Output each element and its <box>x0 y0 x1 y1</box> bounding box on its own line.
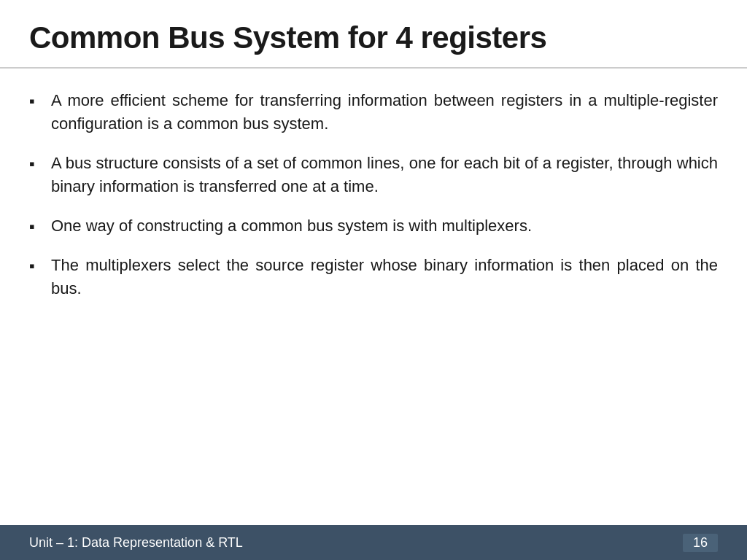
slide-content: ▪ A more efficient scheme for transferri… <box>0 69 747 525</box>
list-item: ▪ One way of constructing a common bus s… <box>29 214 718 238</box>
slide-header: Common Bus System for 4 registers <box>0 0 747 69</box>
slide-title: Common Bus System for 4 registers <box>29 20 718 55</box>
bullet-list: ▪ A more efficient scheme for transferri… <box>29 89 718 300</box>
footer-page-number: 16 <box>683 534 718 552</box>
bullet-text-1: A more efficient scheme for transferring… <box>51 89 718 136</box>
bullet-marker: ▪ <box>29 91 41 112</box>
bullet-marker: ▪ <box>29 256 41 277</box>
slide-footer: Unit – 1: Data Representation & RTL 16 <box>0 525 747 560</box>
bullet-marker: ▪ <box>29 217 41 238</box>
list-item: ▪ The multiplexers select the source reg… <box>29 254 718 300</box>
bullet-text-3: One way of constructing a common bus sys… <box>51 214 718 238</box>
list-item: ▪ A more efficient scheme for transferri… <box>29 89 718 136</box>
footer-unit-label: Unit – 1: Data Representation & RTL <box>29 535 243 551</box>
bullet-text-4: The multiplexers select the source regis… <box>51 254 718 300</box>
list-item: ▪ A bus structure consists of a set of c… <box>29 152 718 198</box>
slide-container: Common Bus System for 4 registers ▪ A mo… <box>0 0 747 560</box>
bullet-marker: ▪ <box>29 154 41 175</box>
bullet-text-2: A bus structure consists of a set of com… <box>51 152 718 198</box>
